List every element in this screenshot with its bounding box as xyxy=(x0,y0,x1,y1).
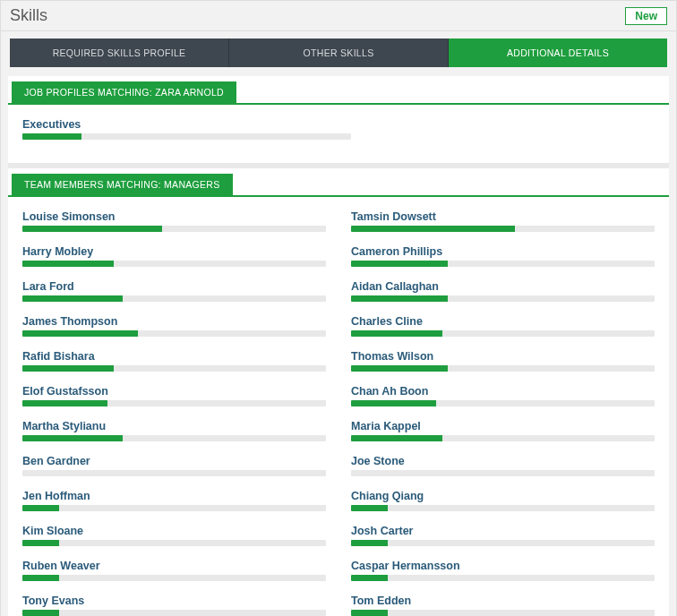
progress-fill xyxy=(22,435,123,441)
content-area: JOB PROFILES MATCHING: ZARA ARNOLD Execu… xyxy=(8,76,669,616)
person-link[interactable]: Tamsin Dowsett xyxy=(351,210,436,223)
list-item: Aidan Callaghan xyxy=(351,278,655,302)
person-link[interactable]: Louise Simonsen xyxy=(22,210,116,223)
person-link[interactable]: Rafid Bishara xyxy=(22,350,95,363)
progress-bar xyxy=(351,400,655,406)
progress-fill xyxy=(22,540,59,546)
progress-bar xyxy=(22,470,326,476)
progress-bar xyxy=(22,261,326,267)
list-item: Kim Sloane xyxy=(22,522,326,546)
person-link[interactable]: Jen Hoffman xyxy=(22,490,90,502)
progress-fill xyxy=(22,330,138,337)
progress-bar xyxy=(351,505,655,511)
list-item: Chiang Qiang xyxy=(351,487,655,511)
person-link[interactable]: James Thompson xyxy=(22,315,117,328)
list-item: Tom Edden xyxy=(351,592,655,616)
list-item: Ben Gardner xyxy=(22,452,326,476)
progress-fill xyxy=(351,575,388,581)
progress-fill xyxy=(351,365,448,372)
list-item: Tony Evans xyxy=(22,592,326,616)
person-link[interactable]: Kim Sloane xyxy=(22,525,83,537)
progress-fill xyxy=(351,435,442,441)
section-title-job-profiles: JOB PROFILES MATCHING: ZARA ARNOLD xyxy=(12,81,236,103)
list-item: Lara Ford xyxy=(22,278,326,302)
progress-bar xyxy=(351,261,655,267)
progress-bar xyxy=(22,295,326,302)
person-link[interactable]: Harry Mobley xyxy=(22,245,93,258)
progress-bar xyxy=(351,330,655,337)
progress-fill xyxy=(22,575,59,581)
progress-bar xyxy=(22,575,326,581)
list-item: Thomas Wilson xyxy=(351,347,655,372)
progress-fill xyxy=(22,400,107,406)
person-link[interactable]: Executives xyxy=(22,118,81,131)
progress-bar xyxy=(351,470,655,476)
person-link[interactable]: Ruben Weaver xyxy=(22,560,100,572)
person-link[interactable]: Tom Edden xyxy=(351,595,411,607)
person-link[interactable]: Martha Stylianu xyxy=(22,420,106,432)
list-item: Jen Hoffman xyxy=(22,487,326,511)
person-link[interactable]: Ben Gardner xyxy=(22,455,90,467)
progress-fill xyxy=(22,226,162,232)
progress-fill xyxy=(351,295,448,302)
section-header-team-members: TEAM MEMBERS MATCHING: MANAGERS xyxy=(8,174,669,197)
progress-fill xyxy=(351,610,388,616)
team-column-left: Louise SimonsenHarry MobleyLara FordJame… xyxy=(22,208,326,616)
person-link[interactable]: Joe Stone xyxy=(351,455,405,467)
tab-additional-details[interactable]: ADDITIONAL DETAILS xyxy=(449,38,667,67)
progress-fill xyxy=(351,505,388,511)
person-link[interactable]: Tony Evans xyxy=(22,595,84,607)
list-item: Tamsin Dowsett xyxy=(351,208,655,232)
list-item: Josh Carter xyxy=(351,522,655,546)
progress-bar xyxy=(351,610,655,616)
person-link[interactable]: Lara Ford xyxy=(22,280,74,293)
progress-bar xyxy=(22,365,326,372)
progress-bar xyxy=(351,540,655,546)
tab-required-skills[interactable]: REQUIRED SKILLS PROFILE xyxy=(10,38,229,67)
list-item: Rafid Bishara xyxy=(22,347,326,372)
list-item: Ruben Weaver xyxy=(22,557,326,581)
list-item: James Thompson xyxy=(22,312,326,337)
progress-bar xyxy=(22,226,326,232)
progress-fill xyxy=(22,505,59,511)
tab-other-skills[interactable]: OTHER SKILLS xyxy=(229,38,449,67)
person-link[interactable]: Cameron Phillips xyxy=(351,245,442,258)
progress-bar xyxy=(351,295,655,302)
progress-fill xyxy=(351,400,436,406)
list-item: Chan Ah Boon xyxy=(351,382,655,406)
progress-bar xyxy=(22,400,326,406)
list-item: Caspar Hermansson xyxy=(351,557,655,581)
person-link[interactable]: Aidan Callaghan xyxy=(351,280,439,293)
person-link[interactable]: Maria Kappel xyxy=(351,420,421,432)
list-item: Cameron Phillips xyxy=(351,243,655,267)
person-link[interactable]: Chan Ah Boon xyxy=(351,385,428,398)
page-title: Skills xyxy=(10,6,47,25)
progress-bar xyxy=(22,610,326,616)
progress-fill xyxy=(22,295,123,302)
progress-fill xyxy=(351,540,388,546)
new-button[interactable]: New xyxy=(625,7,667,25)
progress-bar xyxy=(22,540,326,546)
list-item: Executives xyxy=(22,116,655,140)
person-link[interactable]: Elof Gustafsson xyxy=(22,385,108,398)
job-profiles-body: Executives xyxy=(8,114,669,158)
person-link[interactable]: Caspar Hermansson xyxy=(351,560,460,572)
list-item: Louise Simonsen xyxy=(22,208,326,232)
progress-bar xyxy=(351,575,655,581)
list-item: Maria Kappel xyxy=(351,417,655,441)
list-item: Joe Stone xyxy=(351,452,655,476)
person-link[interactable]: Thomas Wilson xyxy=(351,350,433,363)
person-link[interactable]: Chiang Qiang xyxy=(351,490,424,502)
progress-fill xyxy=(351,261,448,267)
list-item: Harry Mobley xyxy=(22,243,326,267)
progress-bar xyxy=(351,435,655,441)
person-link[interactable]: Charles Cline xyxy=(351,315,423,328)
progress-fill xyxy=(22,261,114,267)
progress-fill xyxy=(22,610,59,616)
person-link[interactable]: Josh Carter xyxy=(351,525,413,537)
tab-bar: REQUIRED SKILLS PROFILE OTHER SKILLS ADD… xyxy=(10,38,667,67)
progress-fill xyxy=(22,133,81,140)
progress-bar xyxy=(351,365,655,372)
team-members-body: Louise SimonsenHarry MobleyLara FordJame… xyxy=(8,206,669,616)
team-column-right: Tamsin DowsettCameron PhillipsAidan Call… xyxy=(351,208,655,616)
